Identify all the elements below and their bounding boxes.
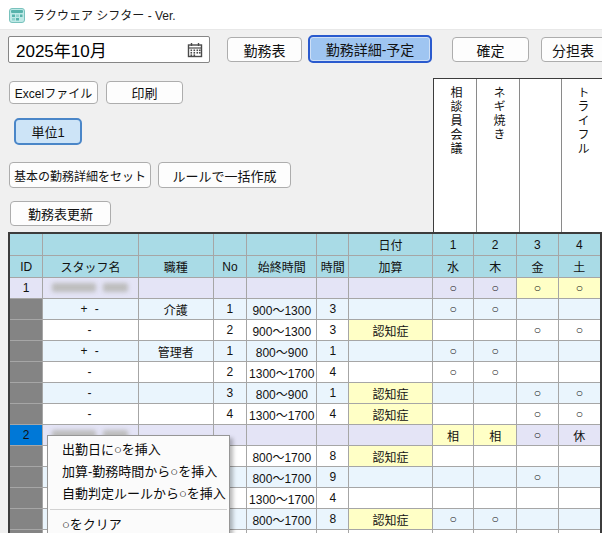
day-cell[interactable]: ○ <box>517 425 559 446</box>
row-id-cell[interactable] <box>9 404 43 425</box>
day-cell[interactable]: ○ <box>432 299 474 320</box>
day-cell[interactable]: ○ <box>517 278 559 299</box>
cell[interactable] <box>138 278 213 299</box>
day-cell[interactable] <box>517 362 559 383</box>
staff-name-cell[interactable] <box>43 278 139 299</box>
update-shift-table-button[interactable]: 勤務表更新 <box>10 201 111 226</box>
day-cell[interactable]: ○ <box>517 320 559 341</box>
context-menu-item[interactable]: ○をクリア <box>48 514 229 533</box>
day-cell[interactable] <box>474 404 517 425</box>
day-cell[interactable] <box>432 383 474 404</box>
job-type-cell[interactable] <box>138 320 213 341</box>
day-cell[interactable] <box>517 341 559 362</box>
hours-cell[interactable]: 1 <box>317 383 349 404</box>
day-cell[interactable]: ○ <box>432 362 474 383</box>
day-cell[interactable] <box>558 362 601 383</box>
hours-cell[interactable]: 4 <box>317 404 349 425</box>
expand-collapse-cell[interactable]: - <box>43 320 139 341</box>
row-id-cell[interactable] <box>9 488 43 509</box>
day-cell[interactable] <box>558 509 601 530</box>
cell[interactable] <box>317 278 349 299</box>
hours-cell[interactable]: 4 <box>317 362 349 383</box>
time-range-cell[interactable]: 1300～1700 <box>247 362 317 383</box>
row-id-cell[interactable] <box>9 299 43 320</box>
expand-collapse-cell[interactable]: - <box>43 383 139 404</box>
cell[interactable] <box>213 278 247 299</box>
time-range-cell[interactable]: 900～1300 <box>247 320 317 341</box>
day-cell[interactable] <box>474 446 517 467</box>
day-cell[interactable]: ○ <box>474 341 517 362</box>
day-cell[interactable]: ○ <box>558 383 601 404</box>
hours-cell[interactable]: 3 <box>317 299 349 320</box>
time-range-cell[interactable]: 1300～1700 <box>247 488 317 509</box>
expand-collapse-cell[interactable]: - <box>43 362 139 383</box>
hours-cell[interactable]: 1 <box>317 341 349 362</box>
no-cell[interactable]: 2 <box>213 362 247 383</box>
hours-cell[interactable]: 8 <box>317 530 349 533</box>
day-cell[interactable] <box>432 404 474 425</box>
day-cell[interactable]: ○ <box>432 278 474 299</box>
day-cell[interactable]: ○ <box>517 467 559 488</box>
day-cell[interactable] <box>517 509 559 530</box>
print-button[interactable]: 印刷 <box>106 81 183 104</box>
cell[interactable] <box>317 425 349 446</box>
row-id-cell[interactable] <box>9 509 43 530</box>
cell[interactable] <box>247 278 317 299</box>
day-cell[interactable]: ○ <box>474 509 517 530</box>
hours-cell[interactable]: 3 <box>317 320 349 341</box>
rule-batch-create-button[interactable]: ルールで一括作成 <box>158 162 291 188</box>
day-cell[interactable] <box>517 299 559 320</box>
day-cell[interactable] <box>558 467 601 488</box>
cell[interactable] <box>349 278 433 299</box>
row-id-cell[interactable]: 1 <box>9 278 43 299</box>
kasan-cell[interactable]: 認知症 <box>349 404 433 425</box>
day-cell[interactable] <box>517 488 559 509</box>
confirm-button[interactable]: 確定 <box>452 37 529 62</box>
day-cell[interactable] <box>432 320 474 341</box>
expand-collapse-cell[interactable]: - <box>43 404 139 425</box>
hours-cell[interactable]: 8 <box>317 446 349 467</box>
kasan-cell[interactable]: 認知症 <box>349 320 433 341</box>
expand-collapse-cell[interactable]: + - <box>43 299 139 320</box>
expand-collapse-cell[interactable]: + - <box>43 341 139 362</box>
row-id-cell[interactable]: 2 <box>9 425 43 446</box>
day-cell[interactable] <box>474 383 517 404</box>
kasan-cell[interactable]: 認知症 <box>349 509 433 530</box>
row-id-cell[interactable] <box>9 383 43 404</box>
kasan-cell[interactable]: 認知症 <box>349 383 433 404</box>
no-cell[interactable]: 1 <box>213 299 247 320</box>
time-range-cell[interactable]: 800～900 <box>247 341 317 362</box>
day-cell[interactable]: ○ <box>517 383 559 404</box>
time-range-cell[interactable]: 800～1700 <box>247 446 317 467</box>
day-cell[interactable]: ○ <box>474 362 517 383</box>
shift-detail-plan-button[interactable]: 勤務詳細-予定 <box>308 35 432 63</box>
cell[interactable] <box>247 425 317 446</box>
kasan-cell[interactable] <box>349 362 433 383</box>
time-range-cell[interactable]: 1300～1700 <box>247 404 317 425</box>
time-range-cell[interactable]: 800～900 <box>247 383 317 404</box>
day-cell[interactable] <box>558 488 601 509</box>
day-cell[interactable] <box>474 488 517 509</box>
day-cell[interactable]: ○ <box>558 404 601 425</box>
hours-cell[interactable]: 8 <box>317 509 349 530</box>
hours-cell[interactable]: 9 <box>317 467 349 488</box>
excel-file-button[interactable]: Excelファイル <box>9 81 98 104</box>
context-menu-item[interactable]: 加算-勤務時間から○を挿入 <box>48 461 229 483</box>
day-cell[interactable]: ○ <box>517 404 559 425</box>
kasan-cell[interactable] <box>349 299 433 320</box>
month-picker-input[interactable]: 2025年10月 <box>8 36 210 63</box>
day-cell[interactable]: ○ <box>558 278 601 299</box>
no-cell[interactable]: 1 <box>213 341 247 362</box>
day-cell[interactable] <box>517 530 559 533</box>
no-cell[interactable]: 4 <box>213 404 247 425</box>
day-cell[interactable] <box>432 446 474 467</box>
row-id-cell[interactable] <box>9 446 43 467</box>
row-id-cell[interactable] <box>9 320 43 341</box>
day-cell[interactable] <box>558 341 601 362</box>
context-menu-item[interactable]: 出勤日に○を挿入 <box>48 439 229 461</box>
kasan-cell[interactable] <box>349 467 433 488</box>
day-cell[interactable] <box>474 530 517 533</box>
day-cell[interactable]: 相 <box>474 425 517 446</box>
kasan-cell[interactable]: 認知症 <box>349 446 433 467</box>
day-cell[interactable] <box>432 488 474 509</box>
